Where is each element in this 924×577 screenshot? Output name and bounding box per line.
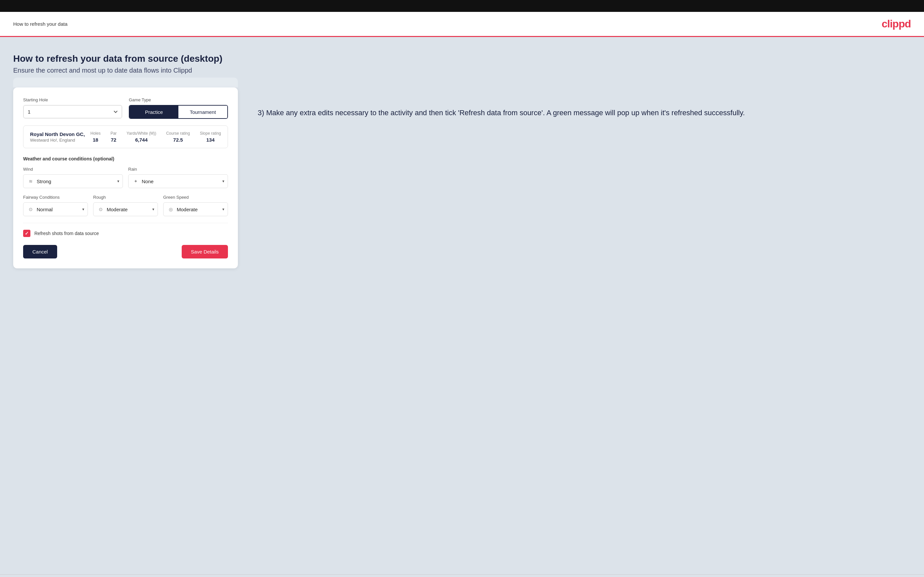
rain-chevron-icon: ▾ bbox=[222, 179, 224, 184]
fairway-group: Fairway Conditions ⊙ Normal ▾ bbox=[23, 195, 88, 216]
rain-label: Rain bbox=[128, 167, 228, 172]
starting-hole-group: Starting Hole 1 bbox=[23, 97, 122, 119]
wind-group: Wind ≋ Strong ▾ bbox=[23, 167, 123, 188]
rain-select-display[interactable]: ✦ None ▾ bbox=[129, 175, 228, 188]
page-subtitle: Ensure the correct and most up to date d… bbox=[13, 67, 911, 74]
refresh-label: Refresh shots from data source bbox=[34, 231, 99, 236]
wind-value: Strong bbox=[37, 179, 51, 184]
wind-rain-row: Wind ≋ Strong ▾ Rain ✦ None bbox=[23, 167, 228, 188]
green-speed-select-wrapper[interactable]: ◎ Moderate ▾ bbox=[163, 202, 228, 216]
stat-course-rating: Course rating 72.5 bbox=[166, 131, 190, 143]
page-header: How to refresh your data clippd bbox=[0, 12, 924, 37]
stat-par: Par 72 bbox=[110, 131, 116, 143]
main-content: How to refresh your data from source (de… bbox=[0, 37, 924, 574]
course-name-location: Royal North Devon GC, Westward Ho!, Engl… bbox=[30, 131, 85, 143]
checkmark-icon: ✓ bbox=[25, 231, 29, 236]
rough-value: Moderate bbox=[107, 206, 128, 212]
holes-value: 18 bbox=[90, 137, 101, 143]
game-type-toggle: Practice Tournament bbox=[129, 105, 228, 119]
cancel-button[interactable]: Cancel bbox=[23, 245, 57, 258]
instruction-text: 3) Make any extra edits necessary to the… bbox=[258, 107, 911, 118]
wind-chevron-icon: ▾ bbox=[117, 179, 119, 184]
holes-label: Holes bbox=[90, 131, 101, 136]
refresh-checkbox[interactable]: ✓ bbox=[23, 230, 31, 237]
stat-slope-rating: Slope rating 134 bbox=[200, 131, 221, 143]
green-speed-chevron-icon: ▾ bbox=[222, 207, 224, 211]
tournament-toggle-btn[interactable]: Tournament bbox=[178, 106, 227, 118]
rough-group: Rough ⊙ Moderate ▾ bbox=[93, 195, 158, 216]
footer: Copyright Clippd 2022 bbox=[0, 574, 924, 577]
starting-hole-select-wrapper[interactable]: 1 bbox=[23, 105, 122, 119]
fairway-chevron-icon: ▾ bbox=[82, 207, 84, 211]
green-speed-label: Green Speed bbox=[163, 195, 228, 200]
rough-chevron-icon: ▾ bbox=[152, 207, 154, 211]
wind-select-display[interactable]: ≋ Strong ▾ bbox=[23, 175, 123, 188]
rough-icon: ⊙ bbox=[97, 206, 104, 213]
rain-group: Rain ✦ None ▾ bbox=[128, 167, 228, 188]
conditions-second-row: Fairway Conditions ⊙ Normal ▾ Rough ⊙ bbox=[23, 195, 228, 216]
yards-label: Yards/White (M)) bbox=[126, 131, 156, 136]
top-form-row: Starting Hole 1 Game Type Practice Tourn… bbox=[23, 97, 228, 119]
game-type-group: Game Type Practice Tournament bbox=[129, 97, 228, 119]
course-name: Royal North Devon GC, bbox=[30, 131, 85, 137]
page-title: How to refresh your data from source (de… bbox=[13, 53, 911, 64]
rain-value: None bbox=[142, 179, 153, 184]
starting-hole-label: Starting Hole bbox=[23, 97, 122, 102]
slope-rating-label: Slope rating bbox=[200, 131, 221, 136]
fairway-select-display[interactable]: ⊙ Normal ▾ bbox=[23, 203, 87, 216]
game-type-label: Game Type bbox=[129, 97, 228, 102]
rough-select-wrapper[interactable]: ⊙ Moderate ▾ bbox=[93, 202, 158, 216]
fairway-label: Fairway Conditions bbox=[23, 195, 88, 200]
form-card: Starting Hole 1 Game Type Practice Tourn… bbox=[13, 87, 238, 268]
save-button[interactable]: Save Details bbox=[182, 245, 228, 258]
rain-icon: ✦ bbox=[132, 178, 139, 185]
refresh-checkbox-row: ✓ Refresh shots from data source bbox=[23, 230, 228, 237]
course-location: Westward Ho!, England bbox=[30, 138, 85, 143]
green-speed-group: Green Speed ◎ Moderate ▾ bbox=[163, 195, 228, 216]
fairway-select-wrapper[interactable]: ⊙ Normal ▾ bbox=[23, 202, 88, 216]
rain-select-wrapper[interactable]: ✦ None ▾ bbox=[128, 174, 228, 188]
logo: clippd bbox=[882, 18, 911, 30]
green-speed-icon: ◎ bbox=[168, 206, 174, 213]
course-rating-value: 72.5 bbox=[166, 137, 190, 143]
par-value: 72 bbox=[110, 137, 116, 143]
content-row: Starting Hole 1 Game Type Practice Tourn… bbox=[13, 87, 911, 268]
fairway-value: Normal bbox=[37, 206, 53, 212]
divider bbox=[23, 223, 228, 223]
starting-hole-select[interactable]: 1 bbox=[23, 105, 122, 118]
wind-icon: ≋ bbox=[27, 178, 34, 185]
course-stats: Holes 18 Par 72 Yards/White (M)) 6,744 C… bbox=[90, 131, 221, 143]
stat-yards: Yards/White (M)) 6,744 bbox=[126, 131, 156, 143]
yards-value: 6,744 bbox=[126, 137, 156, 143]
wind-label: Wind bbox=[23, 167, 123, 172]
course-rating-label: Course rating bbox=[166, 131, 190, 136]
breadcrumb: How to refresh your data bbox=[13, 21, 68, 27]
side-text-panel: 3) Make any extra edits necessary to the… bbox=[258, 87, 911, 118]
rough-select-display[interactable]: ⊙ Moderate ▾ bbox=[94, 203, 158, 216]
stat-holes: Holes 18 bbox=[90, 131, 101, 143]
wind-select-wrapper[interactable]: ≋ Strong ▾ bbox=[23, 174, 123, 188]
rough-label: Rough bbox=[93, 195, 158, 200]
par-label: Par bbox=[110, 131, 116, 136]
slope-rating-value: 134 bbox=[200, 137, 221, 143]
practice-toggle-btn[interactable]: Practice bbox=[129, 106, 178, 118]
fairway-icon: ⊙ bbox=[27, 206, 34, 213]
green-speed-select-display[interactable]: ◎ Moderate ▾ bbox=[163, 203, 228, 216]
button-row: Cancel Save Details bbox=[23, 245, 228, 258]
green-speed-value: Moderate bbox=[177, 206, 197, 212]
conditions-heading: Weather and course conditions (optional) bbox=[23, 156, 228, 161]
course-info-box: Royal North Devon GC, Westward Ho!, Engl… bbox=[23, 126, 228, 148]
